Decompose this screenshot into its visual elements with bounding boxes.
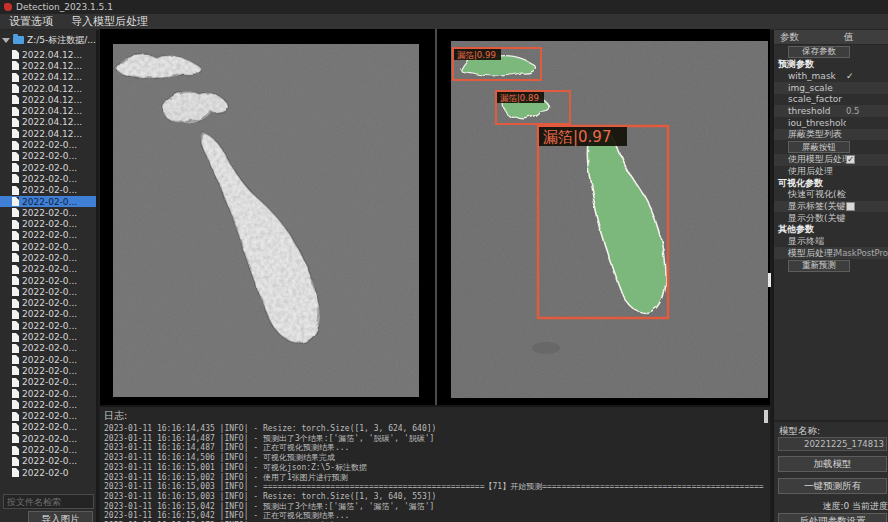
tree-item[interactable]: 2022-02-0... (0, 241, 96, 252)
log-line: 2023-01-11 16:16:15,003 |INFO| - =======… (104, 482, 770, 492)
tree-item[interactable]: 2022-02-0... (0, 388, 96, 399)
param-name: 屏蔽类型列表 (774, 128, 846, 141)
tree-item[interactable]: 2022-02-0... (0, 173, 96, 184)
tree-root-folder[interactable]: Z:/5-标注数据/... (2, 33, 96, 47)
tree-item[interactable]: 2022-02-0... (0, 151, 96, 162)
tree-item[interactable]: 2022-02-0... (0, 196, 96, 207)
load-model-button[interactable]: 加载模型 (778, 456, 887, 472)
detection-label-3: 漏箔|0.97 (539, 127, 627, 146)
model-name-field[interactable]: 20221225_174813 (778, 437, 887, 451)
tree-item[interactable]: 2022-02-0... (0, 139, 96, 150)
tree-item[interactable]: 2022.04.12... (0, 105, 96, 116)
tree-item[interactable]: 2022-02-0... (0, 331, 96, 342)
menu-item-import-postprocess[interactable]: 导入模型后处理 (62, 14, 157, 29)
log-scrollbar-thumb[interactable] (764, 410, 768, 423)
file-icon (12, 242, 19, 251)
param-name: with_mask (774, 71, 846, 81)
param-rows: 保存参数预测参数with_mask✓img_scalescale_factort… (774, 45, 888, 273)
prediction-image[interactable]: 漏箔|0.99 漏箔|0.89 漏箔|0.97 (451, 41, 768, 398)
tree-item[interactable]: 2022-02-0... (0, 298, 96, 309)
progress-status: 速度:0 当前进度 (774, 500, 888, 513)
tree-item[interactable]: 2022.04.12... (0, 128, 96, 139)
param-row: 显示终端 (774, 236, 888, 248)
tree-item[interactable]: 2022-02-0... (0, 252, 96, 263)
tree-item-list: 2022.04.12...2022.04.12...2022.04.12...2… (0, 49, 96, 478)
tree-item[interactable]: 2022-02-0... (0, 411, 96, 422)
tree-item[interactable]: 2022-02-0... (0, 365, 96, 376)
tree-item[interactable]: 2022-02-0 (0, 467, 96, 478)
file-icon (12, 321, 19, 330)
tree-item-label: 2022-02-0... (22, 400, 77, 410)
save-params-button[interactable]: 保存参数 (788, 46, 850, 58)
panel-splitter-handle[interactable] (768, 273, 771, 287)
tree-item[interactable]: 2022-02-0... (0, 264, 96, 275)
tree-item-label: 2022-02-0... (22, 174, 77, 184)
param-value[interactable]: 0.5 (846, 106, 860, 116)
log-line: 2023-01-11 16:16:14,487 |INFO| - 正在可视化预测… (104, 443, 770, 453)
file-icon (12, 163, 19, 172)
log-line: 2023-01-11 16:16:15,003 |INFO| - Resize:… (104, 492, 770, 502)
param-row: 快速可视化(检测) (774, 189, 888, 201)
tree-item[interactable]: 2022.04.12... (0, 117, 96, 128)
postprocess-settings-button[interactable]: 后处理参数设置 (778, 513, 887, 522)
checkbox-empty[interactable] (846, 202, 855, 211)
tree-item-label: 2022.04.12... (22, 117, 82, 127)
tree-item[interactable]: 2022-02-0... (0, 309, 96, 320)
tree-item[interactable]: 2022.04.12... (0, 83, 96, 94)
tree-item[interactable]: 2022-02-0... (0, 162, 96, 173)
mask-types-button[interactable]: 屏蔽按钮 (788, 141, 850, 153)
tree-item[interactable]: 2022-02-0... (0, 185, 96, 196)
tree-item[interactable]: 2022-02-0... (0, 377, 96, 388)
tree-item[interactable]: 2022.04.12... (0, 60, 96, 71)
param-button-row: 保存参数 (774, 45, 888, 59)
tree-item[interactable]: 2022-02-0... (0, 354, 96, 365)
file-icon (12, 107, 19, 116)
tree-item[interactable]: 2022-02-0... (0, 399, 96, 410)
viewer-divider[interactable] (435, 29, 437, 405)
tree-item-label: 2022-02-0... (22, 276, 77, 286)
file-icon (12, 141, 19, 150)
tree-item[interactable]: 2022-02-0... (0, 230, 96, 241)
param-name: img_scale (774, 83, 846, 93)
checkmark-icon[interactable]: ✓ (846, 71, 854, 81)
tree-item[interactable]: 2022-02-0... (0, 320, 96, 331)
tree-item-label: 2022-02-0... (22, 163, 77, 173)
import-images-button[interactable]: 导入图片 (28, 511, 93, 522)
tree-item[interactable]: 2022-02-0... (0, 275, 96, 286)
file-icon (12, 61, 19, 70)
checkbox-checked[interactable]: ✓ (846, 155, 855, 164)
tree-item[interactable]: 2022.04.12... (0, 94, 96, 105)
tree-item[interactable]: 2022-02-0... (0, 456, 96, 467)
app-logo-icon (4, 3, 12, 11)
file-icon (12, 344, 19, 353)
tree-item[interactable]: 2022-02-0... (0, 207, 96, 218)
tree-item[interactable]: 2022.04.12... (0, 49, 96, 60)
log-line: 2023-01-11 16:16:15,002 |INFO| - 使用了1张图片… (104, 473, 770, 483)
tree-item-label: 2022-02-0... (22, 434, 77, 444)
predict-all-button[interactable]: 一键预测所有 (778, 478, 887, 494)
tree-item-label: 2022-02-0... (22, 253, 77, 263)
tree-item[interactable]: 2022-02-0... (0, 218, 96, 229)
re-predict-button[interactable]: 重新预测 (788, 260, 850, 272)
param-value[interactable]: MaskPostPro (835, 248, 888, 258)
file-icon (12, 355, 19, 364)
file-icon (12, 152, 19, 161)
param-row: 显示标签(关键点) (774, 201, 888, 213)
param-row: 显示分数(关键点) (774, 212, 888, 224)
tree-item[interactable]: 2022-02-0... (0, 286, 96, 297)
filename-search-input[interactable] (3, 494, 94, 509)
tree-item[interactable]: 2022-02-0... (0, 422, 96, 433)
original-image[interactable] (113, 44, 419, 397)
file-icon (12, 310, 19, 319)
param-row: 屏蔽类型列表 (774, 129, 888, 141)
file-icon (12, 118, 19, 127)
param-group-label: 预测参数 (774, 58, 814, 71)
tree-item[interactable]: 2022-02-0... (0, 343, 96, 354)
expand-arrow-icon[interactable] (2, 38, 10, 43)
tree-item[interactable]: 2022-02-0... (0, 433, 96, 444)
tree-item[interactable]: 2022-02-0... (0, 444, 96, 455)
tree-item-label: 2022-02-0... (22, 377, 77, 387)
file-icon (12, 423, 19, 432)
menu-item-settings[interactable]: 设置选项 (0, 14, 62, 29)
tree-item[interactable]: 2022.04.12... (0, 72, 96, 83)
